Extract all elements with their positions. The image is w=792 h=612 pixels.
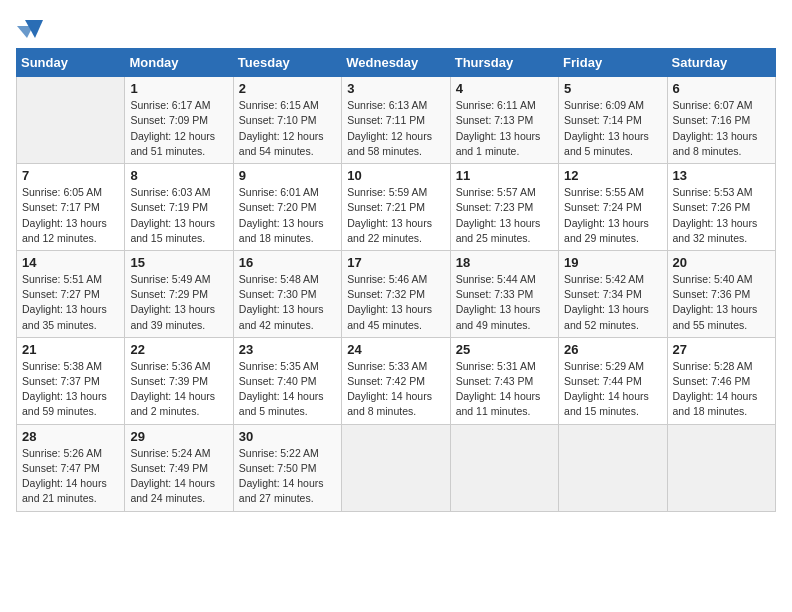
- day-number: 30: [239, 429, 336, 444]
- day-cell: 3Sunrise: 6:13 AM Sunset: 7:11 PM Daylig…: [342, 77, 450, 164]
- day-info: Sunrise: 5:51 AM Sunset: 7:27 PM Dayligh…: [22, 272, 119, 333]
- header-tuesday: Tuesday: [233, 49, 341, 77]
- day-info: Sunrise: 5:55 AM Sunset: 7:24 PM Dayligh…: [564, 185, 661, 246]
- day-cell: 6Sunrise: 6:07 AM Sunset: 7:16 PM Daylig…: [667, 77, 775, 164]
- day-number: 25: [456, 342, 553, 357]
- day-info: Sunrise: 5:31 AM Sunset: 7:43 PM Dayligh…: [456, 359, 553, 420]
- day-cell: 2Sunrise: 6:15 AM Sunset: 7:10 PM Daylig…: [233, 77, 341, 164]
- day-number: 9: [239, 168, 336, 183]
- day-cell: 1Sunrise: 6:17 AM Sunset: 7:09 PM Daylig…: [125, 77, 233, 164]
- day-info: Sunrise: 6:09 AM Sunset: 7:14 PM Dayligh…: [564, 98, 661, 159]
- day-info: Sunrise: 5:33 AM Sunset: 7:42 PM Dayligh…: [347, 359, 444, 420]
- day-cell: 17Sunrise: 5:46 AM Sunset: 7:32 PM Dayli…: [342, 250, 450, 337]
- header-wednesday: Wednesday: [342, 49, 450, 77]
- day-number: 6: [673, 81, 770, 96]
- day-info: Sunrise: 5:48 AM Sunset: 7:30 PM Dayligh…: [239, 272, 336, 333]
- day-cell: 24Sunrise: 5:33 AM Sunset: 7:42 PM Dayli…: [342, 337, 450, 424]
- day-cell: 16Sunrise: 5:48 AM Sunset: 7:30 PM Dayli…: [233, 250, 341, 337]
- day-number: 26: [564, 342, 661, 357]
- day-number: 2: [239, 81, 336, 96]
- day-cell: 7Sunrise: 6:05 AM Sunset: 7:17 PM Daylig…: [17, 164, 125, 251]
- day-info: Sunrise: 5:46 AM Sunset: 7:32 PM Dayligh…: [347, 272, 444, 333]
- day-number: 28: [22, 429, 119, 444]
- day-info: Sunrise: 6:11 AM Sunset: 7:13 PM Dayligh…: [456, 98, 553, 159]
- day-info: Sunrise: 5:22 AM Sunset: 7:50 PM Dayligh…: [239, 446, 336, 507]
- day-number: 21: [22, 342, 119, 357]
- day-cell: [559, 424, 667, 511]
- day-cell: 22Sunrise: 5:36 AM Sunset: 7:39 PM Dayli…: [125, 337, 233, 424]
- week-row-4: 21Sunrise: 5:38 AM Sunset: 7:37 PM Dayli…: [17, 337, 776, 424]
- day-number: 29: [130, 429, 227, 444]
- day-cell: 5Sunrise: 6:09 AM Sunset: 7:14 PM Daylig…: [559, 77, 667, 164]
- logo: [16, 16, 44, 36]
- day-info: Sunrise: 5:38 AM Sunset: 7:37 PM Dayligh…: [22, 359, 119, 420]
- day-cell: [667, 424, 775, 511]
- day-info: Sunrise: 5:26 AM Sunset: 7:47 PM Dayligh…: [22, 446, 119, 507]
- day-info: Sunrise: 5:59 AM Sunset: 7:21 PM Dayligh…: [347, 185, 444, 246]
- week-row-1: 1Sunrise: 6:17 AM Sunset: 7:09 PM Daylig…: [17, 77, 776, 164]
- day-info: Sunrise: 5:28 AM Sunset: 7:46 PM Dayligh…: [673, 359, 770, 420]
- day-number: 20: [673, 255, 770, 270]
- day-number: 13: [673, 168, 770, 183]
- day-cell: 20Sunrise: 5:40 AM Sunset: 7:36 PM Dayli…: [667, 250, 775, 337]
- days-header-row: SundayMondayTuesdayWednesdayThursdayFrid…: [17, 49, 776, 77]
- day-cell: [342, 424, 450, 511]
- week-row-2: 7Sunrise: 6:05 AM Sunset: 7:17 PM Daylig…: [17, 164, 776, 251]
- header-monday: Monday: [125, 49, 233, 77]
- day-info: Sunrise: 5:44 AM Sunset: 7:33 PM Dayligh…: [456, 272, 553, 333]
- day-cell: 12Sunrise: 5:55 AM Sunset: 7:24 PM Dayli…: [559, 164, 667, 251]
- header-friday: Friday: [559, 49, 667, 77]
- day-number: 14: [22, 255, 119, 270]
- svg-marker-1: [17, 26, 33, 38]
- day-cell: 21Sunrise: 5:38 AM Sunset: 7:37 PM Dayli…: [17, 337, 125, 424]
- day-cell: 27Sunrise: 5:28 AM Sunset: 7:46 PM Dayli…: [667, 337, 775, 424]
- day-number: 19: [564, 255, 661, 270]
- day-cell: 23Sunrise: 5:35 AM Sunset: 7:40 PM Dayli…: [233, 337, 341, 424]
- day-number: 22: [130, 342, 227, 357]
- day-cell: 26Sunrise: 5:29 AM Sunset: 7:44 PM Dayli…: [559, 337, 667, 424]
- day-info: Sunrise: 6:07 AM Sunset: 7:16 PM Dayligh…: [673, 98, 770, 159]
- day-info: Sunrise: 6:15 AM Sunset: 7:10 PM Dayligh…: [239, 98, 336, 159]
- day-number: 16: [239, 255, 336, 270]
- day-info: Sunrise: 5:42 AM Sunset: 7:34 PM Dayligh…: [564, 272, 661, 333]
- day-info: Sunrise: 6:17 AM Sunset: 7:09 PM Dayligh…: [130, 98, 227, 159]
- day-cell: 18Sunrise: 5:44 AM Sunset: 7:33 PM Dayli…: [450, 250, 558, 337]
- day-number: 15: [130, 255, 227, 270]
- header-thursday: Thursday: [450, 49, 558, 77]
- day-cell: 28Sunrise: 5:26 AM Sunset: 7:47 PM Dayli…: [17, 424, 125, 511]
- day-number: 1: [130, 81, 227, 96]
- day-number: 8: [130, 168, 227, 183]
- day-cell: 15Sunrise: 5:49 AM Sunset: 7:29 PM Dayli…: [125, 250, 233, 337]
- day-cell: 30Sunrise: 5:22 AM Sunset: 7:50 PM Dayli…: [233, 424, 341, 511]
- day-info: Sunrise: 5:35 AM Sunset: 7:40 PM Dayligh…: [239, 359, 336, 420]
- day-info: Sunrise: 5:40 AM Sunset: 7:36 PM Dayligh…: [673, 272, 770, 333]
- day-info: Sunrise: 6:13 AM Sunset: 7:11 PM Dayligh…: [347, 98, 444, 159]
- day-info: Sunrise: 6:01 AM Sunset: 7:20 PM Dayligh…: [239, 185, 336, 246]
- day-cell: 10Sunrise: 5:59 AM Sunset: 7:21 PM Dayli…: [342, 164, 450, 251]
- day-number: 17: [347, 255, 444, 270]
- day-cell: 19Sunrise: 5:42 AM Sunset: 7:34 PM Dayli…: [559, 250, 667, 337]
- header-saturday: Saturday: [667, 49, 775, 77]
- day-cell: 9Sunrise: 6:01 AM Sunset: 7:20 PM Daylig…: [233, 164, 341, 251]
- day-info: Sunrise: 5:24 AM Sunset: 7:49 PM Dayligh…: [130, 446, 227, 507]
- logo-text: [16, 16, 44, 40]
- week-row-3: 14Sunrise: 5:51 AM Sunset: 7:27 PM Dayli…: [17, 250, 776, 337]
- day-info: Sunrise: 5:29 AM Sunset: 7:44 PM Dayligh…: [564, 359, 661, 420]
- day-number: 10: [347, 168, 444, 183]
- day-number: 11: [456, 168, 553, 183]
- day-number: 27: [673, 342, 770, 357]
- day-number: 5: [564, 81, 661, 96]
- day-cell: 13Sunrise: 5:53 AM Sunset: 7:26 PM Dayli…: [667, 164, 775, 251]
- page-header: [16, 16, 776, 36]
- week-row-5: 28Sunrise: 5:26 AM Sunset: 7:47 PM Dayli…: [17, 424, 776, 511]
- day-info: Sunrise: 6:05 AM Sunset: 7:17 PM Dayligh…: [22, 185, 119, 246]
- day-info: Sunrise: 5:57 AM Sunset: 7:23 PM Dayligh…: [456, 185, 553, 246]
- day-info: Sunrise: 5:36 AM Sunset: 7:39 PM Dayligh…: [130, 359, 227, 420]
- day-info: Sunrise: 5:49 AM Sunset: 7:29 PM Dayligh…: [130, 272, 227, 333]
- day-cell: 14Sunrise: 5:51 AM Sunset: 7:27 PM Dayli…: [17, 250, 125, 337]
- day-number: 12: [564, 168, 661, 183]
- day-cell: [450, 424, 558, 511]
- day-number: 23: [239, 342, 336, 357]
- calendar-table: SundayMondayTuesdayWednesdayThursdayFrid…: [16, 48, 776, 511]
- day-cell: 11Sunrise: 5:57 AM Sunset: 7:23 PM Dayli…: [450, 164, 558, 251]
